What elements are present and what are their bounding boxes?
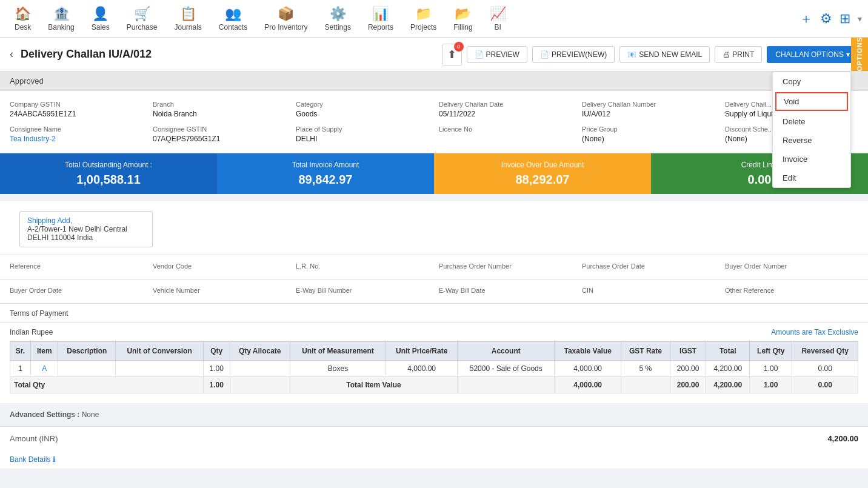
eway-bill-number-field: E-Way Bill Number xyxy=(296,287,429,296)
info-icon: ℹ xyxy=(53,455,56,464)
lr-no-label: L.R. No. xyxy=(296,262,429,270)
consignee-gstin-value: 07AQEPS7965G1Z1 xyxy=(153,135,286,143)
options-sidebar[interactable]: OPTIONS xyxy=(851,38,868,71)
nav-desk[interactable]: 🏠 Desk xyxy=(6,0,39,38)
nav-contacts[interactable]: 👥 Contacts xyxy=(210,0,256,38)
nav-banking-label: Banking xyxy=(48,23,74,32)
advanced-value: None xyxy=(82,410,99,419)
total-qty-value: 1.00 xyxy=(203,377,230,393)
cell-sr: 1 xyxy=(10,361,31,377)
nav-reports-label: Reports xyxy=(368,23,393,32)
nav-journals[interactable]: 📋 Journals xyxy=(165,0,210,38)
purchase-icon: 🛒 xyxy=(134,6,150,22)
nav-purchase[interactable]: 🛒 Purchase xyxy=(118,0,166,38)
shipping-address-label[interactable]: Shipping Add, xyxy=(27,216,72,225)
cell-unit-measurement: Boxes xyxy=(290,361,386,377)
nav-filling[interactable]: 📂 Filling xyxy=(445,0,481,38)
upload-button[interactable]: ⬆ 0 xyxy=(442,44,462,65)
licence-no-field: Licence No xyxy=(439,125,572,143)
other-reference-field: Other Reference xyxy=(725,287,858,296)
nav-journals-label: Journals xyxy=(174,23,201,32)
invoice-overdue-value: 88,292.07 xyxy=(444,173,641,187)
nav-reports[interactable]: 📊 Reports xyxy=(359,0,402,38)
nav-projects[interactable]: 📁 Projects xyxy=(402,0,445,38)
cell-reversed-qty: 0.00 xyxy=(792,361,858,377)
cell-item: A xyxy=(31,361,58,377)
banking-icon: 🏦 xyxy=(53,6,70,22)
nav-dropdown-arrow[interactable]: ▾ xyxy=(858,14,862,24)
page-title: Delivery Challan IU/A/012 xyxy=(21,48,442,61)
menu-invoice[interactable]: Invoice xyxy=(773,150,850,169)
send-new-email-button[interactable]: 📧 SEND NEW EMAIL xyxy=(619,46,710,63)
purchase-order-date-field: Purchase Order Date xyxy=(582,262,715,272)
col-reversed-qty: Reversed Qty xyxy=(792,342,858,361)
company-gstin-value: 24AABCA5951E1Z1 xyxy=(10,110,143,118)
nav-pro-inventory-label: Pro Inventory xyxy=(264,23,307,32)
branch-label: Branch xyxy=(153,101,286,108)
bank-details-section: Bank Details ℹ xyxy=(0,450,868,469)
menu-edit[interactable]: Edit xyxy=(773,169,850,187)
cell-total: 4,200.00 xyxy=(706,361,750,377)
menu-copy[interactable]: Copy xyxy=(773,72,850,91)
nav-sales-label: Sales xyxy=(92,23,110,32)
print-button[interactable]: 🖨 PRINT xyxy=(715,46,762,63)
reports-icon: 📊 xyxy=(372,6,389,22)
header-actions: ⬆ 0 📄 PREVIEW 📄 PREVIEW(NEW) 📧 SEND NEW … xyxy=(442,44,858,65)
cin-field: CIN xyxy=(582,287,715,296)
reference-label: Reference xyxy=(10,262,143,270)
nav-contacts-label: Contacts xyxy=(219,23,247,32)
place-of-supply-value: DELHI xyxy=(296,135,429,143)
challan-options-button[interactable]: CHALLAN OPTIONS ▾ xyxy=(767,46,858,63)
cell-qty-allocate xyxy=(230,361,290,377)
total-account xyxy=(458,377,555,393)
buyer-order-number-label: Buyer Order Number xyxy=(725,262,858,270)
col-sr: Sr. xyxy=(10,342,31,361)
total-left-qty: 1.00 xyxy=(750,377,792,393)
cell-unit-conversion xyxy=(116,361,204,377)
total-reversed-qty: 0.00 xyxy=(792,377,858,393)
reference-fields-row2: Buyer Order Date Vehicle Number E-Way Bi… xyxy=(0,279,868,304)
total-invoice-card: Total Invoice Amount 89,842.97 xyxy=(217,153,434,194)
vehicle-number-label: Vehicle Number xyxy=(153,287,286,294)
preview-button[interactable]: 📄 PREVIEW xyxy=(467,46,527,63)
col-taxable-value: Taxable Value xyxy=(555,342,621,361)
nav-settings[interactable]: ⚙️ Settings xyxy=(316,0,359,38)
nav-banking[interactable]: 🏦 Banking xyxy=(39,0,82,38)
nav-sales[interactable]: 👤 Sales xyxy=(83,0,118,38)
contacts-icon: 👥 xyxy=(225,6,241,22)
back-button[interactable]: ‹ xyxy=(10,48,13,61)
item-link[interactable]: A xyxy=(42,364,47,373)
nav-bi[interactable]: 📈 BI xyxy=(481,0,515,38)
menu-void[interactable]: Void xyxy=(775,92,848,111)
consignee-name-value: Tea Industry-2 xyxy=(10,135,143,143)
bank-details-label[interactable]: Bank Details xyxy=(10,455,50,464)
menu-reverse[interactable]: Reverse xyxy=(773,131,850,150)
nav-pro-inventory[interactable]: 📦 Pro Inventory xyxy=(256,0,316,38)
advanced-label: Advanced Settings : xyxy=(10,410,79,419)
company-gstin-label: Company GSTIN xyxy=(10,101,143,108)
amount-row: Amount (INR) 4,200.00 xyxy=(0,426,868,450)
other-reference-label: Other Reference xyxy=(725,287,858,294)
grid-icon[interactable]: ⊞ xyxy=(840,11,850,27)
col-left-qty: Left Qty xyxy=(750,342,792,361)
total-row: Total Qty 1.00 Total Item Value 4,000.00… xyxy=(10,377,858,393)
amount-label: Amount (INR) xyxy=(10,434,58,443)
preview-new-icon: 📄 xyxy=(540,50,549,59)
gear-icon[interactable]: ⚙ xyxy=(820,11,832,27)
shipping-address-box: Shipping Add, A-2/Tower-1 New Delhi Cent… xyxy=(19,211,153,247)
preview-icon: 📄 xyxy=(475,50,484,59)
options-sidebar-label: OPTIONS xyxy=(856,37,863,72)
menu-delete[interactable]: Delete xyxy=(773,112,850,131)
add-icon[interactable]: ＋ xyxy=(800,10,813,28)
nav-items: 🏠 Desk 🏦 Banking 👤 Sales 🛒 Purchase 📋 Jo… xyxy=(6,0,800,38)
nav-projects-label: Projects xyxy=(410,23,436,32)
top-navigation: 🏠 Desk 🏦 Banking 👤 Sales 🛒 Purchase 📋 Jo… xyxy=(0,0,868,38)
total-invoice-value: 89,842.97 xyxy=(227,173,424,187)
col-igst: IGST xyxy=(670,342,706,361)
cin-label: CIN xyxy=(582,287,715,294)
col-qty-allocate: Qty Allocate xyxy=(230,342,290,361)
preview-new-button[interactable]: 📄 PREVIEW(NEW) xyxy=(532,46,615,63)
currency-label: Indian Rupee xyxy=(10,328,53,336)
terms-of-payment: Terms of Payment xyxy=(10,309,68,318)
shipping-address-value: A-2/Tower-1 New Delhi Central DELHI 1100… xyxy=(27,225,145,242)
